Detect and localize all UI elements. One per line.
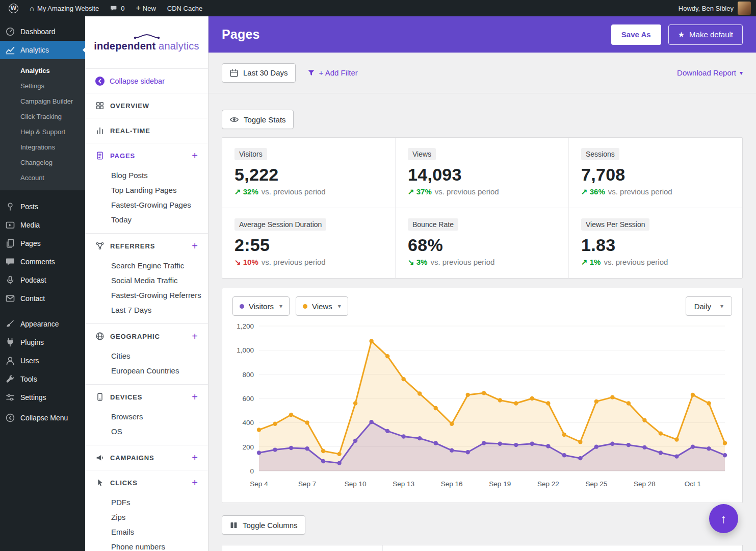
comments-link[interactable]: 0 <box>105 0 130 16</box>
ia-nav-referrers[interactable]: REFERRERS + <box>85 234 208 258</box>
svg-text:Sep 28: Sep 28 <box>634 480 656 488</box>
scroll-top-button[interactable]: ↑ <box>709 504 738 533</box>
stat-label: Bounce Rate <box>408 218 458 231</box>
ia-subitem-os[interactable]: OS <box>85 424 208 439</box>
ia-subitem-blog-posts[interactable]: Blog Posts <box>85 168 208 183</box>
interval-select[interactable]: Daily ▾ <box>686 296 732 316</box>
submenu-item-integrations[interactable]: Integrations <box>0 139 85 155</box>
ia-nav-devices[interactable]: DEVICES + <box>85 385 208 409</box>
add-campaigns-report-button[interactable]: + <box>192 453 198 463</box>
submenu-item-click-tracking[interactable]: Click Tracking <box>0 109 85 124</box>
sidebar-item-dashboard[interactable]: Dashboard <box>0 22 85 41</box>
ia-nav-realtime[interactable]: REAL-TIME <box>85 118 208 143</box>
date-range-button[interactable]: Last 30 Days <box>222 63 296 83</box>
add-filter-button[interactable]: + Add Filter <box>307 68 358 77</box>
interval-label: Daily <box>694 302 711 311</box>
toggle-stats-button[interactable]: Toggle Stats <box>222 110 294 129</box>
traffic-chart-card: Visitors ▾ Views ▾ Daily ▾ 02 <box>222 288 743 503</box>
sidebar-item-posts[interactable]: Posts <box>0 197 85 216</box>
visitors-series-select[interactable]: Visitors ▾ <box>232 296 290 316</box>
site-name-link[interactable]: ⌂ My Amazing Website <box>24 0 105 16</box>
submenu-item-changelog[interactable]: Changelog <box>0 155 85 170</box>
ia-subitem-today[interactable]: Today <box>85 212 208 227</box>
ia-nav-overview[interactable]: OVERVIEW <box>85 93 208 118</box>
ia-subitem-fastest-growing-referrers[interactable]: Fastest-Growing Referrers <box>85 288 208 303</box>
sidebar-item-contact[interactable]: Contact <box>0 289 85 308</box>
stat-card-views-per-session: Views Per Session 1.83 ↗ 1% vs. previous… <box>569 208 742 278</box>
new-content-button[interactable]: + New <box>130 0 161 16</box>
ia-nav-campaigns[interactable]: CAMPAIGNS + <box>85 445 208 470</box>
toggle-columns-button[interactable]: Toggle Columns <box>222 515 305 535</box>
sidebar-item-tools[interactable]: Tools <box>0 370 85 388</box>
download-report-button[interactable]: Download Report ▾ <box>677 68 743 77</box>
sidebar-item-appearance[interactable]: Appearance <box>0 315 85 333</box>
ia-subitem-fastest-growing-pages[interactable]: Fastest-Growing Pages <box>85 197 208 212</box>
avatar[interactable] <box>738 2 751 15</box>
ia-nav-pages[interactable]: PAGES + <box>85 143 208 168</box>
sidebar-item-plugins[interactable]: Plugins <box>0 333 85 352</box>
menu-label: Dashboard <box>20 28 56 36</box>
svg-text:1,200: 1,200 <box>237 322 254 330</box>
svg-text:Oct 1: Oct 1 <box>685 480 701 488</box>
trend-vs-label: vs. previous period <box>262 187 326 196</box>
up-arrow-icon: ↑ <box>721 512 727 526</box>
ia-subitem-european-countries[interactable]: European Countries <box>85 363 208 378</box>
add-clicks-report-button[interactable]: + <box>192 478 198 488</box>
phone-icon <box>95 392 105 402</box>
add-referrers-report-button[interactable]: + <box>192 241 198 251</box>
overview-grid-icon <box>95 101 105 110</box>
collapse-sidebar-button[interactable]: Collapse sidebar <box>85 69 208 93</box>
trend-arrow-icon: ↗ <box>581 187 588 196</box>
ia-subitem-last-7-days[interactable]: Last 7 Days <box>85 303 208 317</box>
ia-group-campaigns: CAMPAIGNS + <box>85 445 208 470</box>
ia-subitem-pdfs[interactable]: PDFs <box>85 495 208 510</box>
save-as-button[interactable]: Save As <box>611 24 661 45</box>
collapse-menu-button[interactable]: Collapse Menu <box>0 409 85 427</box>
ia-subitem-emails[interactable]: Emails <box>85 524 208 539</box>
ia-subitem-social-media-traffic[interactable]: Social Media Traffic <box>85 273 208 288</box>
ia-subitem-phone-numbers[interactable]: Phone numbers <box>85 539 208 551</box>
trend-vs-label: vs. previous period <box>435 187 499 196</box>
wrench-icon <box>5 374 15 384</box>
sidebar-item-comments[interactable]: Comments <box>0 253 85 271</box>
submenu-item-account[interactable]: Account <box>0 170 85 185</box>
pages-table-metric-columns <box>383 545 742 551</box>
eye-icon <box>229 115 239 124</box>
sliders-icon <box>5 392 15 403</box>
howdy-account-link[interactable]: Howdy, Ben Sibley <box>679 5 734 12</box>
sidebar-item-pages[interactable]: Pages <box>0 234 85 253</box>
add-devices-report-button[interactable]: + <box>192 392 198 402</box>
chevron-down-icon: ▾ <box>338 303 341 309</box>
ia-subitem-top-landing-pages[interactable]: Top Landing Pages <box>85 183 208 197</box>
sidebar-item-users[interactable]: Users <box>0 352 85 370</box>
ia-nav-clicks[interactable]: CLICKS + <box>85 470 208 495</box>
submenu-item-analytics[interactable]: Analytics <box>0 63 85 78</box>
ia-subitem-cities[interactable]: Cities <box>85 348 208 363</box>
ia-nav-geographic[interactable]: GEOGRAPHIC + <box>85 324 208 348</box>
ia-subitem-search-engine-traffic[interactable]: Search Engine Traffic <box>85 258 208 273</box>
make-default-button[interactable]: ★ Make default <box>668 24 743 45</box>
sidebar-item-podcast[interactable]: Podcast <box>0 271 85 289</box>
add-pages-report-button[interactable]: + <box>192 151 198 161</box>
sidebar-item-analytics[interactable]: Analytics <box>0 41 85 59</box>
submenu-item-campaign-builder[interactable]: Campaign Builder <box>0 93 85 109</box>
sidebar-item-settings[interactable]: Settings <box>0 388 85 407</box>
ia-subitem-browsers[interactable]: Browsers <box>85 409 208 424</box>
svg-text:1,000: 1,000 <box>237 346 254 354</box>
ia-group-geographic: GEOGRAPHIC + Cities European Countries <box>85 324 208 385</box>
trend-pct-label: 32% <box>243 187 258 196</box>
menu-label: Settings <box>20 393 46 402</box>
comment-bubble-icon <box>110 5 118 12</box>
submenu-item-settings[interactable]: Settings <box>0 78 85 93</box>
views-series-select[interactable]: Views ▾ <box>296 296 348 316</box>
wordpress-menu-button[interactable]: W <box>3 0 24 16</box>
ia-subitem-zips[interactable]: Zips <box>85 510 208 524</box>
submenu-item-help-support[interactable]: Help & Support <box>0 124 85 139</box>
pages-table-fixed-column <box>222 545 383 551</box>
menu-label: Comments <box>20 258 55 266</box>
cdn-cache-link[interactable]: CDN Cache <box>162 0 208 16</box>
sidebar-item-media[interactable]: Media <box>0 216 85 234</box>
stat-value: 68% <box>408 235 556 255</box>
stat-trend: ↗ 37% vs. previous period <box>408 187 556 196</box>
add-geographic-report-button[interactable]: + <box>192 331 198 341</box>
